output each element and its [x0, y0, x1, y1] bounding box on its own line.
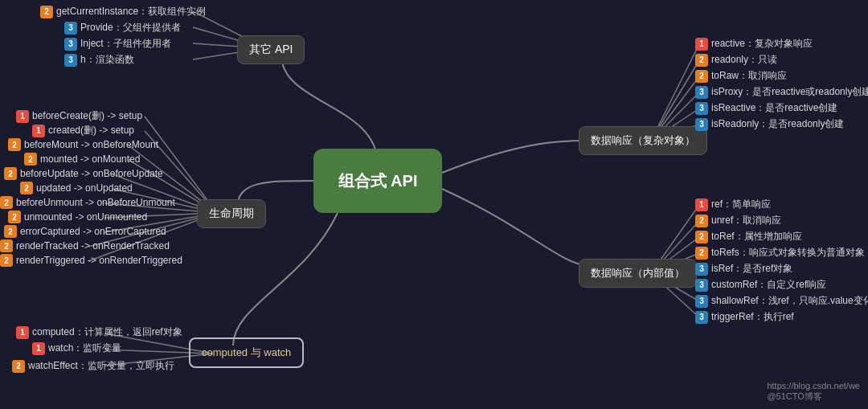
watermark: https://blog.csdn.net/we @51CTO博客 — [767, 381, 860, 403]
badge: 2 — [0, 196, 13, 209]
leaf-isref: 3 isRef：是否ref对象 — [695, 262, 792, 276]
branch-other-api-label: 其它 API — [249, 43, 293, 57]
badge: 2 — [20, 182, 33, 194]
leaf-triggerref: 3 triggerRef：执行ref — [695, 310, 794, 324]
leaf-provide: 3 Provide：父组件提供者 — [64, 21, 181, 35]
leaf-updated: 2 updated -> onUpdated — [20, 182, 133, 194]
branch-lifecycle-label: 生命周期 — [209, 207, 254, 221]
badge: 2 — [8, 138, 21, 151]
leaf-beforecreate: 1 beforeCreate(删) -> setup — [16, 109, 142, 123]
leaf-h: 3 h：渲染函数 — [64, 53, 134, 67]
leaf-rendertriggered: 2 renderTriggered -> onRenderTriggered — [0, 254, 182, 267]
badge: 2 — [4, 225, 17, 238]
leaf-isreadonly: 3 isReadonly：是否readonly创建 — [695, 117, 844, 131]
leaf-watch: 1 watch：监听变量 — [32, 342, 121, 355]
badge: 1 — [16, 326, 29, 339]
branch-data-internal-label: 数据响应（内部值） — [591, 266, 685, 280]
branch-lifecycle: 生命周期 — [197, 199, 266, 228]
watermark-line2: @51CTO博客 — [767, 391, 860, 403]
center-node-label: 组合式 API — [338, 170, 418, 192]
leaf-rendertracked: 2 renderTracked -> onRenderTracked — [0, 239, 170, 252]
leaf-watcheffect: 2 watchEffect：监听变量，立即执行 — [12, 359, 174, 373]
badge: 2 — [4, 167, 17, 180]
branch-data-complex-label: 数据响应（复杂对象） — [591, 133, 695, 148]
leaf-beforeunmount: 2 beforeUnmount -> onBeforeUnmount — [0, 196, 175, 209]
badge: 3 — [64, 22, 77, 35]
badge: 3 — [695, 118, 708, 131]
badge: 2 — [40, 6, 53, 18]
leaf-beforeupdate: 2 beforeUpdate -> onBeforeUpdate — [4, 167, 163, 180]
badge: 3 — [695, 295, 708, 308]
badge: 2 — [0, 239, 13, 252]
badge: 2 — [0, 254, 13, 267]
leaf-shallowref: 3 shallowRef：浅ref，只响应.value变化 — [695, 294, 868, 308]
leaf-getcurrentinstance: 2 getCurrentInstance：获取组件实例 — [40, 5, 206, 18]
badge: 2 — [695, 247, 708, 260]
badge: 2 — [695, 215, 708, 227]
leaf-toref: 2 toRef：属性增加响应 — [695, 230, 802, 243]
badge: 2 — [24, 153, 37, 166]
badge: 1 — [16, 110, 29, 123]
branch-computed-watch-label: computed 与 watch — [202, 346, 291, 360]
badge: 3 — [695, 102, 708, 115]
leaf-beforemount: 2 beforeMount -> onBeforeMount — [8, 138, 158, 151]
badge: 2 — [695, 231, 708, 243]
branch-computed-watch: computed 与 watch — [189, 337, 304, 368]
badge: 1 — [695, 198, 708, 211]
badge: 2 — [695, 70, 708, 83]
badge: 3 — [695, 86, 708, 99]
leaf-customref: 3 customRef：自定义ref响应 — [695, 278, 826, 292]
badge: 2 — [8, 211, 21, 223]
leaf-computed: 1 computed：计算属性，返回ref对象 — [16, 325, 182, 339]
leaf-reactive: 1 reactive：复杂对象响应 — [695, 37, 813, 51]
badge: 3 — [695, 311, 708, 324]
badge: 1 — [695, 38, 708, 51]
center-node: 组合式 API — [313, 149, 442, 213]
badge: 3 — [695, 263, 708, 276]
leaf-mounted: 2 mounted -> onMounted — [24, 153, 140, 166]
badge: 1 — [32, 125, 45, 137]
leaf-errorcaptured: 2 errorCaptured -> onErrorCaptured — [4, 225, 166, 238]
leaf-inject: 3 Inject：子组件使用者 — [64, 37, 171, 51]
leaf-ref: 1 ref：简单响应 — [695, 198, 771, 211]
badge: 3 — [64, 38, 77, 51]
leaf-unmounted: 2 unmounted -> onUnmounted — [8, 211, 147, 223]
badge: 2 — [695, 54, 708, 67]
leaf-unref: 2 unref：取消响应 — [695, 214, 781, 227]
leaf-toraw: 2 toRaw：取消响应 — [695, 69, 787, 83]
badge: 3 — [695, 279, 708, 292]
leaf-readonly: 2 readonly：只读 — [695, 53, 777, 67]
leaf-isproxy: 3 isProxy：是否reactive或readonly创建 — [695, 85, 868, 99]
leaf-created: 1 created(删) -> setup — [32, 124, 134, 137]
branch-data-complex: 数据响应（复杂对象） — [579, 126, 707, 155]
branch-other-api: 其它 API — [237, 35, 305, 64]
badge: 1 — [32, 342, 45, 355]
badge: 2 — [12, 360, 25, 373]
badge: 3 — [64, 54, 77, 67]
branch-data-internal: 数据响应（内部值） — [579, 259, 697, 288]
leaf-torefs: 2 toRefs：响应式对象转换为普通对象 — [695, 246, 865, 260]
watermark-line1: https://blog.csdn.net/we — [767, 381, 860, 391]
leaf-isreactive: 3 isReactive：是否reactive创建 — [695, 101, 837, 115]
